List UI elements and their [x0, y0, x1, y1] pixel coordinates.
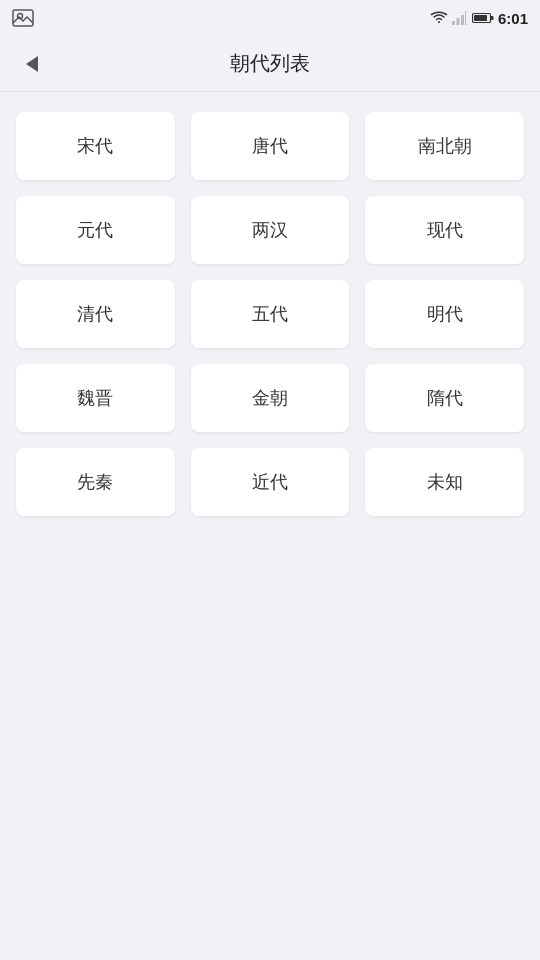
dynasty-button-xianqin[interactable]: 先秦 [16, 448, 175, 516]
svg-rect-3 [456, 18, 459, 25]
dynasty-button-nanbei[interactable]: 南北朝 [365, 112, 524, 180]
status-bar: 6:01 [0, 0, 540, 36]
dynasty-list: 宋代唐代南北朝元代两汉现代清代五代明代魏晋金朝隋代先秦近代未知 [0, 92, 540, 536]
dynasty-button-xiandai[interactable]: 现代 [365, 196, 524, 264]
svg-rect-7 [490, 16, 493, 20]
dynasty-button-weijin[interactable]: 魏晋 [16, 364, 175, 432]
wifi-icon [430, 11, 448, 25]
svg-rect-0 [13, 10, 33, 26]
dynasty-button-lianghan[interactable]: 两汉 [191, 196, 350, 264]
dynasty-button-wudai[interactable]: 五代 [191, 280, 350, 348]
photo-icon [12, 7, 34, 29]
status-left [12, 7, 34, 29]
dynasty-button-tang[interactable]: 唐代 [191, 112, 350, 180]
signal-icon [452, 11, 468, 25]
dynasty-button-ming[interactable]: 明代 [365, 280, 524, 348]
svg-rect-2 [452, 21, 455, 25]
svg-rect-5 [465, 11, 468, 25]
dynasty-button-song[interactable]: 宋代 [16, 112, 175, 180]
svg-rect-4 [461, 15, 464, 25]
dynasty-button-yuan[interactable]: 元代 [16, 196, 175, 264]
svg-rect-8 [474, 15, 487, 21]
back-button[interactable] [16, 48, 48, 80]
header: 朝代列表 [0, 36, 540, 92]
dynasty-grid: 宋代唐代南北朝元代两汉现代清代五代明代魏晋金朝隋代先秦近代未知 [16, 112, 524, 516]
back-arrow-icon [26, 56, 38, 72]
dynasty-button-qing[interactable]: 清代 [16, 280, 175, 348]
dynasty-button-sui[interactable]: 隋代 [365, 364, 524, 432]
battery-icon [472, 12, 494, 24]
page-title: 朝代列表 [230, 50, 310, 77]
dynasty-button-jindai[interactable]: 近代 [191, 448, 350, 516]
dynasty-button-weizhi[interactable]: 未知 [365, 448, 524, 516]
dynasty-button-jinchao[interactable]: 金朝 [191, 364, 350, 432]
status-right: 6:01 [430, 10, 528, 27]
time-display: 6:01 [498, 10, 528, 27]
